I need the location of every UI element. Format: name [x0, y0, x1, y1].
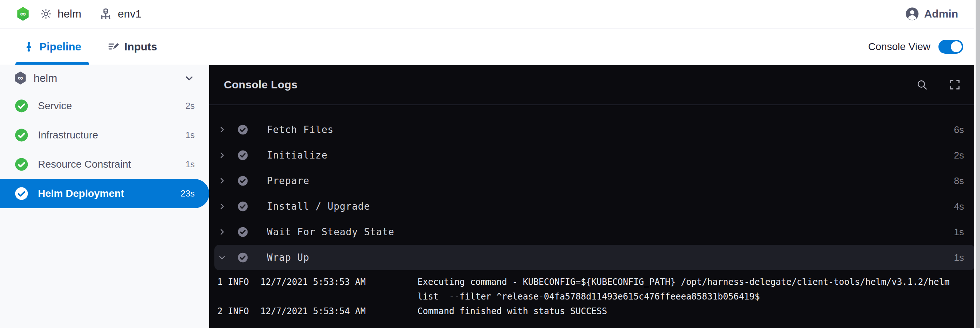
stage-icon: ∞: [14, 72, 26, 85]
step-success-icon: [237, 200, 249, 212]
chevron-down-icon: [218, 253, 228, 261]
inputs-edit-icon: [108, 41, 119, 53]
chevron-down-icon: [184, 73, 195, 84]
scrollbar-thumb[interactable]: [975, 0, 980, 328]
user-menu[interactable]: Admin: [905, 7, 958, 21]
stage-group-helm[interactable]: ∞ helm: [0, 65, 209, 91]
toggle-knob: [951, 41, 962, 52]
step-duration: 2s: [954, 150, 964, 161]
sidebar-item-resource-constraint[interactable]: Resource Constraint 1s: [0, 150, 209, 179]
console-view-control: Console View: [868, 40, 963, 54]
console-logs-panel: Console Logs Fetch Files 6s Initia: [209, 65, 980, 328]
log-timestamp: 12/7/2021 5:53:54 AM: [260, 304, 417, 318]
pipeline-name: helm: [57, 8, 81, 20]
step-duration: 23s: [180, 189, 195, 199]
console-logs-title: Console Logs: [224, 78, 298, 91]
step-name: Fetch Files: [267, 124, 334, 135]
sidebar-item-helm-deployment[interactable]: Helm Deployment 23s: [0, 179, 209, 208]
step-label: Infrastructure: [38, 129, 98, 141]
log-step-prepare[interactable]: Prepare 8s: [209, 168, 980, 194]
log-step-install-upgrade[interactable]: Install / Upgrade 4s: [209, 194, 980, 219]
top-bar: ∞ helm env1 Admin: [0, 0, 980, 29]
log-line-number: 1: [217, 275, 228, 289]
step-duration: 1s: [954, 252, 964, 263]
log-step-fetch-files[interactable]: Fetch Files 6s: [209, 117, 980, 142]
main-area: ∞ helm Service 2s Infrastructure 1s Res: [0, 65, 980, 328]
success-check-icon: [14, 99, 29, 113]
step-name: Install / Upgrade: [267, 201, 370, 212]
console-view-label: Console View: [868, 41, 931, 53]
step-label: Helm Deployment: [38, 188, 124, 200]
success-check-icon: [14, 157, 29, 171]
log-timestamp: 12/7/2021 5:53:53 AM: [260, 275, 417, 289]
tab-inputs-label: Inputs: [124, 40, 157, 53]
step-label: Resource Constraint: [38, 158, 131, 170]
step-label: Service: [38, 100, 72, 112]
step-name: Initialize: [267, 150, 328, 161]
chevron-right-icon: [218, 151, 228, 159]
page-scrollbar[interactable]: [974, 0, 980, 328]
step-duration: 8s: [954, 175, 964, 187]
log-step-wait-for-steady-state[interactable]: Wait For Steady State 1s: [209, 219, 980, 245]
harness-logo-icon[interactable]: ∞: [17, 7, 29, 21]
chevron-right-icon: [218, 126, 228, 134]
log-message: Executing command - KUBECONFIG=${KUBECON…: [417, 275, 971, 304]
log-step-initialize[interactable]: Initialize 2s: [209, 142, 980, 168]
stage-group-label: helm: [33, 72, 57, 84]
chevron-right-icon: [218, 202, 228, 210]
tab-bar: Pipeline Inputs Console View: [0, 29, 980, 65]
log-line: 1 INFO 12/7/2021 5:53:53 AM Executing co…: [217, 275, 971, 304]
search-icon[interactable]: [916, 78, 928, 91]
tab-inputs[interactable]: Inputs: [100, 29, 165, 65]
step-success-icon: [237, 226, 249, 238]
step-success-icon: [237, 149, 249, 161]
tab-pipeline[interactable]: Pipeline: [15, 29, 89, 65]
step-duration: 1s: [186, 130, 195, 140]
sidebar-item-infrastructure[interactable]: Infrastructure 1s: [0, 120, 209, 150]
step-duration: 6s: [954, 124, 964, 136]
environment-icon: [100, 8, 112, 20]
log-step-wrap-up[interactable]: Wrap Up 1s: [215, 245, 975, 270]
fullscreen-icon[interactable]: [949, 78, 961, 91]
user-name: Admin: [924, 8, 958, 20]
chevron-right-icon: [218, 177, 228, 185]
gear-icon[interactable]: [40, 8, 52, 20]
log-line-number: 2: [217, 304, 228, 318]
step-success-icon: [237, 175, 249, 187]
tab-pipeline-label: Pipeline: [40, 40, 81, 53]
chevron-right-icon: [218, 228, 228, 236]
log-level: INFO: [228, 275, 260, 289]
log-lines: 1 INFO 12/7/2021 5:53:53 AM Executing co…: [209, 270, 980, 318]
log-level: INFO: [228, 304, 260, 318]
success-check-icon: [14, 128, 29, 142]
console-logs-header: Console Logs: [209, 65, 980, 105]
step-duration: 1s: [954, 226, 964, 238]
step-duration: 1s: [186, 159, 195, 170]
log-line: 2 INFO 12/7/2021 5:53:54 AM Command fini…: [217, 304, 971, 318]
step-success-icon: [237, 124, 249, 136]
pipeline-icon: [23, 41, 34, 52]
console-body: Fetch Files 6s Initialize 2s Prepare 8s …: [209, 105, 980, 328]
console-header-actions: [916, 78, 961, 91]
execution-sidebar: ∞ helm Service 2s Infrastructure 1s Res: [0, 65, 209, 328]
success-check-icon: [14, 187, 29, 200]
console-view-toggle[interactable]: [939, 40, 963, 54]
avatar-icon: [905, 7, 919, 21]
step-duration: 4s: [954, 201, 964, 212]
step-name: Wrap Up: [267, 252, 310, 263]
log-message: Command finished with status SUCCESS: [417, 304, 971, 318]
step-duration: 2s: [186, 101, 195, 111]
step-name: Wait For Steady State: [267, 226, 395, 237]
step-name: Prepare: [267, 175, 310, 186]
step-success-icon: [237, 252, 249, 263]
sidebar-item-service[interactable]: Service 2s: [0, 91, 209, 120]
environment-name: env1: [118, 8, 142, 20]
